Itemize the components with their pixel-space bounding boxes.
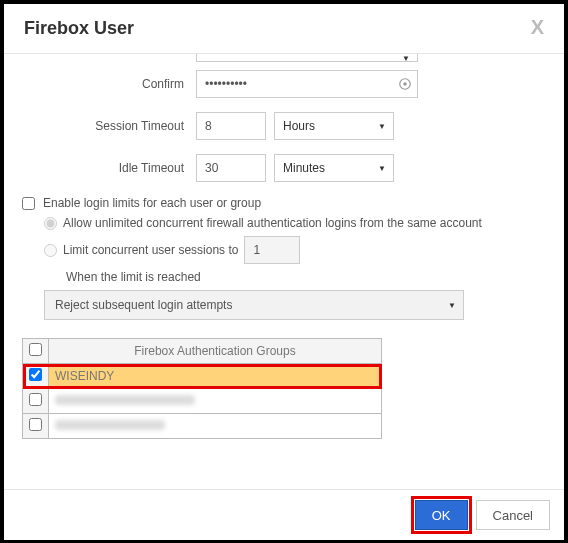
dialog-body: Confirm Session Timeout Hours Idle Timeo…	[4, 54, 564, 489]
limit-sessions-row: Limit concurrent user sessions to	[44, 236, 546, 264]
session-timeout-label: Session Timeout	[22, 119, 196, 133]
groups-select-all-checkbox[interactable]	[29, 343, 42, 356]
idle-timeout-label: Idle Timeout	[22, 161, 196, 175]
group-row-checkbox[interactable]	[29, 418, 42, 431]
session-timeout-unit[interactable]: Hours	[274, 112, 394, 140]
cancel-button[interactable]: Cancel	[476, 500, 550, 530]
dialog-header: Firebox User X	[4, 4, 564, 47]
group-row-checkbox[interactable]	[29, 393, 42, 406]
idle-timeout-input[interactable]	[196, 154, 266, 182]
auth-groups-table: Firebox Authentication Groups WISEINDY	[22, 338, 382, 439]
confirm-input[interactable]	[196, 70, 418, 98]
group-row-name	[49, 389, 382, 414]
idle-timeout-unit-wrap: Minutes	[274, 154, 394, 182]
confirm-wrap	[196, 70, 418, 98]
limit-sessions-input[interactable]	[244, 236, 300, 264]
enable-limits-label: Enable login limits for each user or gro…	[43, 196, 261, 210]
limit-sessions-label: Limit concurrent user sessions to	[63, 243, 238, 257]
confirm-label: Confirm	[22, 77, 196, 91]
session-timeout-input[interactable]	[196, 112, 266, 140]
table-row[interactable]	[23, 389, 382, 414]
partial-row	[22, 54, 546, 62]
session-timeout-row: Session Timeout Hours	[22, 112, 546, 140]
limit-sessions-radio[interactable]	[44, 244, 57, 257]
group-row-name	[49, 414, 382, 439]
groups-header-label: Firebox Authentication Groups	[49, 339, 382, 364]
partial-field[interactable]	[196, 54, 418, 62]
allow-unlimited-radio[interactable]	[44, 217, 57, 230]
idle-timeout-row: Idle Timeout Minutes	[22, 154, 546, 182]
dialog-footer: OK Cancel	[4, 489, 564, 540]
limits-radio-group: Allow unlimited concurrent firewall auth…	[44, 216, 546, 284]
idle-timeout-unit[interactable]: Minutes	[274, 154, 394, 182]
confirm-row: Confirm	[22, 70, 546, 98]
allow-unlimited-label: Allow unlimited concurrent firewall auth…	[63, 216, 482, 230]
ok-button[interactable]: OK	[415, 500, 468, 530]
limit-action-wrap: Reject subsequent login attempts	[44, 290, 464, 320]
limit-action-select[interactable]: Reject subsequent login attempts	[44, 290, 464, 320]
groups-header-checkbox-cell	[23, 339, 49, 364]
reveal-password-icon[interactable]	[398, 77, 412, 91]
enable-limits-checkbox[interactable]	[22, 197, 35, 210]
table-row[interactable]	[23, 414, 382, 439]
dialog-title: Firebox User	[24, 18, 544, 39]
session-timeout-unit-wrap: Hours	[274, 112, 394, 140]
allow-unlimited-row: Allow unlimited concurrent firewall auth…	[44, 216, 546, 230]
firebox-user-dialog: Firebox User X Confirm Session Timeout	[4, 4, 564, 540]
close-icon[interactable]: X	[531, 16, 544, 39]
group-row-name: WISEINDY	[49, 364, 382, 389]
when-limit-label: When the limit is reached	[66, 270, 546, 284]
group-row-checkbox[interactable]	[29, 368, 42, 381]
table-row[interactable]: WISEINDY	[23, 364, 382, 389]
enable-limits-row: Enable login limits for each user or gro…	[22, 196, 546, 210]
svg-point-1	[403, 82, 407, 86]
